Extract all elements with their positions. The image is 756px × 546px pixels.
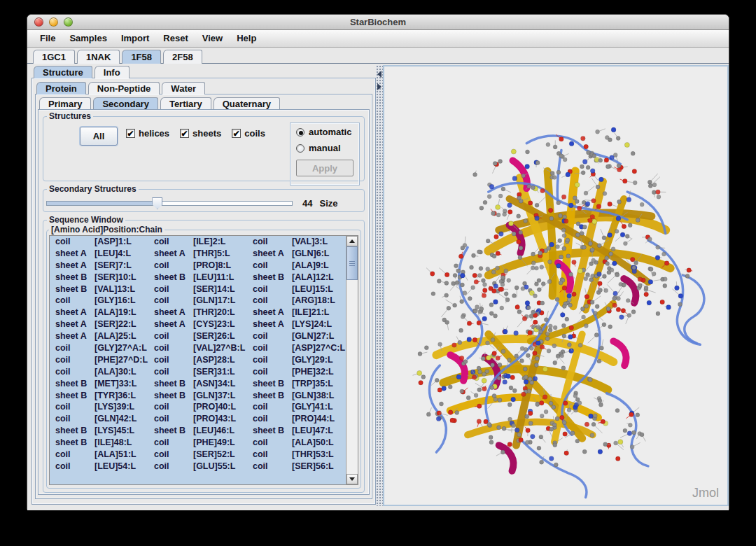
sequence-entry[interactable]: coil[PHE]32:L <box>247 367 346 379</box>
sequence-entry[interactable]: coil[LEU]15:L <box>247 284 346 296</box>
scroll-up-button[interactable] <box>346 236 358 246</box>
sequence-entry[interactable]: coil[PHE]49:L <box>148 438 247 449</box>
sequence-entry[interactable]: sheet B[ILE]48:L <box>50 438 148 449</box>
sequence-entry[interactable]: coil[SER]56:L <box>247 461 346 473</box>
apply-button[interactable]: Apply <box>296 160 354 176</box>
scroll-down-button[interactable] <box>346 474 358 484</box>
sequence-entry[interactable]: coil[PHE]27^D:L <box>50 355 148 367</box>
sequence-entry[interactable]: coil[SER]31:L <box>148 367 247 379</box>
sequence-list[interactable]: coil[ASP]1:Lcoil[ILE]2:Lcoil[VAL]3:Lshee… <box>50 236 346 484</box>
sequence-entry[interactable]: coil[VAL]3:L <box>247 237 346 248</box>
slider-thumb[interactable] <box>152 197 162 209</box>
sequence-entry[interactable]: coil[ILE]2:L <box>148 237 247 248</box>
sequence-entry[interactable]: sheet B[VAL]13:L <box>50 284 148 296</box>
tab-non-peptide[interactable]: Non-Peptide <box>88 82 160 94</box>
sequence-entry[interactable]: coil[ALA]50:L <box>247 438 346 449</box>
tab-1gc1[interactable]: 1GC1 <box>33 50 75 64</box>
sequence-entry[interactable]: coil[THR]53:L <box>247 449 346 461</box>
menu-item-import[interactable]: Import <box>114 30 156 47</box>
size-slider[interactable] <box>46 197 293 209</box>
sequence-entry[interactable]: sheet A[CYS]23:L <box>148 319 247 331</box>
sequence-entry[interactable]: coil[PRO]44:L <box>247 414 346 426</box>
manual-radio[interactable]: manual <box>296 143 359 153</box>
sequence-entry[interactable]: coil[SER]26:L <box>148 331 247 343</box>
sequence-entry[interactable]: coil[ARG]18:L <box>247 295 346 307</box>
expand-right-icon[interactable] <box>377 83 382 90</box>
slider-track[interactable] <box>46 201 293 206</box>
sequence-entry[interactable]: sheet B[TRP]35:L <box>247 379 346 391</box>
close-window-button[interactable] <box>34 18 43 27</box>
sequence-entry[interactable]: coil[LYS]39:L <box>50 402 148 414</box>
sequence-entry[interactable]: sheet A[SER]22:L <box>50 319 148 331</box>
coils-checkbox[interactable]: ✔coils <box>232 128 265 139</box>
tab-protein[interactable]: Protein <box>36 82 86 94</box>
sequence-entry[interactable]: sheet B[MET]33:L <box>50 379 148 391</box>
zoom-window-button[interactable] <box>64 18 73 27</box>
sequence-entry[interactable]: sheet A[THR]20:L <box>148 307 247 319</box>
split-divider[interactable] <box>376 65 383 506</box>
tab-water[interactable]: Water <box>162 82 205 94</box>
sequence-entry[interactable]: coil[LEU]54:L <box>50 461 148 473</box>
sequence-entry[interactable]: sheet B[LYS]45:L <box>50 426 148 438</box>
sequence-entry[interactable]: coil[ALA]30:L <box>50 367 148 379</box>
tab-secondary[interactable]: Secondary <box>93 97 158 110</box>
sequence-entry[interactable]: sheet B[ALA]12:L <box>247 272 346 284</box>
tab-primary[interactable]: Primary <box>39 97 91 110</box>
sequence-entry[interactable]: coil[GLN]42:L <box>50 414 148 426</box>
tab-tertiary[interactable]: Tertiary <box>160 97 211 110</box>
menu-item-view[interactable]: View <box>195 30 230 47</box>
sequence-entry[interactable]: sheet A[LYS]24:L <box>247 319 346 331</box>
sequence-entry[interactable]: coil[PRO]43:L <box>148 414 247 426</box>
tab-info[interactable]: Info <box>94 66 130 78</box>
sequence-entry[interactable]: sheet A[LEU]4:L <box>50 248 148 260</box>
sequence-entry[interactable]: sheet B[ASN]34:L <box>148 379 247 391</box>
sequence-entry[interactable]: coil[ASP]1:L <box>50 237 148 248</box>
automatic-radio[interactable]: automatic <box>296 127 359 137</box>
sequence-entry[interactable]: sheet B[GLN]37:L <box>148 391 247 402</box>
window-titlebar[interactable]: StarBiochem <box>27 15 729 30</box>
sequence-entry[interactable]: coil[PRO]40:L <box>148 402 247 414</box>
sequence-entry[interactable]: coil[ALA]51:L <box>50 449 148 461</box>
tab-quaternary[interactable]: Quaternary <box>214 97 280 110</box>
menu-item-file[interactable]: File <box>33 30 62 47</box>
sequence-entry[interactable]: sheet A[ALA]19:L <box>50 307 148 319</box>
sequence-entry[interactable]: coil[GLY]27^A:L <box>50 343 148 355</box>
sequence-entry[interactable]: coil[ASP]28:L <box>148 355 247 367</box>
sequence-entry[interactable]: coil[PRO]8:L <box>148 260 247 272</box>
sequence-entry[interactable]: coil[GLN]17:L <box>148 295 247 307</box>
menu-item-samples[interactable]: Samples <box>62 30 113 47</box>
jmol-viewer[interactable]: Jmol <box>383 65 729 506</box>
sequence-entry[interactable]: sheet A[ALA]25:L <box>50 331 148 343</box>
all-button[interactable]: All <box>80 127 118 146</box>
minimize-window-button[interactable] <box>49 18 58 27</box>
tab-structure[interactable]: Structure <box>34 66 92 78</box>
sequence-entry[interactable]: sheet B[SER]10:L <box>50 272 148 284</box>
scrollbar-track[interactable] <box>346 246 358 474</box>
tab-2f58[interactable]: 2F58 <box>163 50 202 64</box>
sequence-entry[interactable]: coil[SER]52:L <box>148 449 247 461</box>
sequence-entry[interactable]: coil[GLN]27:L <box>247 331 346 343</box>
tab-1f58[interactable]: 1F58 <box>122 50 161 64</box>
sequence-scrollbar[interactable] <box>346 236 358 484</box>
sheets-checkbox[interactable]: ✔sheets <box>180 128 221 139</box>
sequence-entry[interactable]: sheet B[GLN]38:L <box>247 391 346 402</box>
sequence-entry[interactable]: coil[SER]14:L <box>148 284 247 296</box>
sequence-entry[interactable]: coil[ALA]9:L <box>247 260 346 272</box>
collapse-left-icon[interactable] <box>377 71 382 78</box>
helices-checkbox[interactable]: ✔helices <box>126 128 169 139</box>
sequence-entry[interactable]: sheet B[TYR]36:L <box>50 391 148 402</box>
sequence-entry[interactable]: coil[GLY]29:L <box>247 355 346 367</box>
menu-item-help[interactable]: Help <box>230 30 263 47</box>
sequence-entry[interactable]: sheet B[LEU]11:L <box>148 272 247 284</box>
sequence-entry[interactable]: coil[GLU]55:L <box>148 461 247 473</box>
scrollbar-thumb[interactable] <box>346 246 358 280</box>
sequence-entry[interactable]: sheet B[LEU]46:L <box>148 426 247 438</box>
sequence-entry[interactable]: sheet A[ILE]21:L <box>247 307 346 319</box>
sequence-entry[interactable]: sheet A[GLN]6:L <box>247 248 346 260</box>
sequence-entry[interactable]: sheet B[LEU]47:L <box>247 426 346 438</box>
menu-item-reset[interactable]: Reset <box>156 30 195 47</box>
sequence-entry[interactable]: coil[VAL]27^B:L <box>148 343 247 355</box>
sequence-entry[interactable]: coil[GLY]16:L <box>50 295 148 307</box>
sequence-entry[interactable]: coil[ASP]27^C:L <box>247 343 346 355</box>
sequence-entry[interactable]: sheet A[SER]7:L <box>50 260 148 272</box>
